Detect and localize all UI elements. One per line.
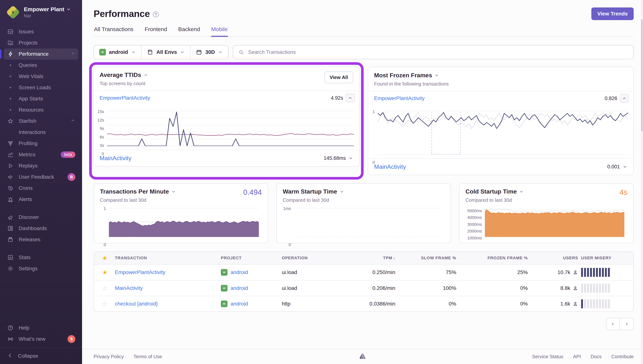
transaction-link[interactable]: checkout [android] xyxy=(115,301,158,306)
footer-link-api[interactable]: API xyxy=(573,354,581,360)
search-input[interactable] xyxy=(247,49,628,56)
project-link[interactable]: android xyxy=(230,285,248,291)
sidebar-item-replays[interactable]: Replays xyxy=(4,160,78,172)
axis-label: 3000ms xyxy=(467,222,482,227)
warm-title-dropdown[interactable]: Warm Startup Time xyxy=(283,188,445,195)
collapse-series-button[interactable] xyxy=(620,94,629,103)
column-header-slow[interactable]: SLOW FRAME % xyxy=(397,256,458,260)
transaction-link[interactable]: MainActivity xyxy=(115,285,143,291)
sidebar-item-label: Starfish xyxy=(19,118,36,124)
sidebar-item-stats[interactable]: Stats xyxy=(4,252,78,263)
frozen-title-dropdown[interactable]: Most Frozen Frames xyxy=(374,72,627,79)
axis-label: 9s xyxy=(100,126,104,131)
environment-filter[interactable]: All Envs xyxy=(141,46,190,59)
date-range-filter[interactable]: 30D xyxy=(190,46,228,59)
sidebar-item-starfish[interactable]: Starfish xyxy=(4,116,78,127)
sidebar-collapse[interactable]: Collapse xyxy=(0,348,82,364)
footer-link-contribute[interactable]: Contribute xyxy=(611,354,634,360)
axis-label: 1 xyxy=(104,206,106,211)
collapse-series-button[interactable] xyxy=(346,94,355,102)
metrics-badge: beta xyxy=(61,152,75,158)
sidebar-item-whats-new[interactable]: What's new5 xyxy=(4,334,78,345)
chevron-down-icon xyxy=(348,156,353,160)
project-filter[interactable]: android xyxy=(94,46,141,59)
sidebar-item-performance[interactable]: Performance xyxy=(4,48,78,60)
sidebar-item-screen-loads[interactable]: Screen Loads xyxy=(4,82,78,93)
project-cell: android xyxy=(219,300,280,307)
cold-title-dropdown[interactable]: Cold Startup Time xyxy=(465,188,619,195)
bullet-icon xyxy=(10,64,11,66)
sidebar-item-app-starts[interactable]: App Starts xyxy=(4,93,78,104)
footer-link-docs[interactable]: Docs xyxy=(591,354,602,360)
sidebar-item-web-vitals[interactable]: Web Vitals xyxy=(4,71,78,82)
column-header-transaction[interactable]: TRANSACTION xyxy=(113,256,219,260)
star-toggle[interactable]: ☆ xyxy=(96,285,113,292)
view-all-button[interactable]: View All xyxy=(325,72,353,83)
sidebar-item-interactions[interactable]: Interactions xyxy=(4,127,78,138)
sidebar-item-crons[interactable]: Crons xyxy=(4,182,78,194)
next-page-button[interactable] xyxy=(620,318,634,330)
user-misery-cell xyxy=(580,268,627,277)
chevron-left-icon xyxy=(7,352,14,359)
tab-all-transactions[interactable]: All Transactions xyxy=(94,26,134,36)
highlight-region: Average TTIDs Top screens by count View … xyxy=(89,62,364,180)
page-scrollbar[interactable] xyxy=(641,0,643,364)
view-trends-button[interactable]: View Trends xyxy=(591,8,634,20)
sidebar-item-profiling[interactable]: Profiling xyxy=(4,138,78,149)
series-value: 0.826 xyxy=(604,96,617,101)
transaction-link[interactable]: EmpowerPlantActivity xyxy=(115,269,165,275)
transaction-link[interactable]: MainActivity xyxy=(100,155,131,162)
column-header-operation[interactable]: OPERATION xyxy=(280,256,341,260)
panel-title: Average TTIDs xyxy=(100,72,141,78)
transaction-link[interactable]: EmpowerPlantActivity xyxy=(374,96,425,101)
sidebar-item-help[interactable]: Help xyxy=(4,322,78,334)
panel-title: Cold Startup Time xyxy=(465,188,517,195)
project-filter-label: android xyxy=(109,49,128,55)
star-toggle[interactable]: ★ xyxy=(96,269,113,276)
tpm-value: 0.494 xyxy=(243,188,262,196)
column-header-frozen[interactable]: FROZEN FRAME % xyxy=(458,256,529,260)
tab-mobile[interactable]: Mobile xyxy=(211,26,228,36)
star-toggle[interactable]: ☆ xyxy=(96,300,113,307)
footer-link-service-status[interactable]: Service Status xyxy=(532,354,563,360)
panel-title: Warm Startup Time xyxy=(283,188,337,195)
sidebar-item-dashboards[interactable]: Dashboards xyxy=(4,223,78,234)
sidebar-item-metrics[interactable]: Metricsbeta xyxy=(4,149,78,160)
sidebar-item-user-feedback[interactable]: User FeedbackB xyxy=(4,172,78,182)
chevron-down-icon xyxy=(340,189,344,194)
sidebar-item-releases[interactable]: Releases xyxy=(4,234,78,245)
footer-link-privacy-policy[interactable]: Privacy Policy xyxy=(94,354,124,360)
chevup-icon xyxy=(71,51,75,56)
frozen-frame-cell: 0% xyxy=(458,285,529,291)
transaction-link[interactable]: EmpowerPlantActivity xyxy=(100,95,150,101)
ttid-title-dropdown[interactable]: Average TTIDs xyxy=(100,72,325,78)
column-header-tpm[interactable]: TPM↓ xyxy=(341,256,397,260)
sidebar-item-resources[interactable]: Resources xyxy=(4,104,78,116)
column-header-users[interactable]: USERS xyxy=(529,256,580,260)
pagination xyxy=(94,318,634,330)
help-question-icon[interactable]: ? xyxy=(153,11,159,17)
footer-link-terms-of-use[interactable]: Terms of Use xyxy=(134,354,162,360)
profiling-icon xyxy=(7,140,14,147)
axis-label: 1ms xyxy=(283,206,291,211)
panel-subtitle: Compared to last 30d xyxy=(100,197,243,203)
expand-series-button[interactable] xyxy=(348,156,353,160)
tab-frontend[interactable]: Frontend xyxy=(144,26,167,36)
sidebar-item-projects[interactable]: Projects xyxy=(4,37,78,48)
sidebar-item-settings[interactable]: Settings xyxy=(4,263,78,274)
column-header-misery[interactable]: USER MISERY xyxy=(580,256,627,260)
tpm-title-dropdown[interactable]: Transactions Per Minute xyxy=(100,188,243,195)
org-switcher[interactable]: Empower Plant Nar xyxy=(0,0,82,23)
sidebar-item-discover[interactable]: Discover xyxy=(4,212,78,223)
project-link[interactable]: android xyxy=(230,269,248,275)
sidebar-item-queries[interactable]: Queries xyxy=(4,60,78,71)
previous-page-button[interactable] xyxy=(606,318,620,330)
chevron-down-icon xyxy=(218,50,223,54)
column-header-project[interactable]: PROJECT xyxy=(219,256,280,260)
sidebar-item-issues[interactable]: Issues xyxy=(4,26,78,37)
tab-backend[interactable]: Backend xyxy=(178,26,200,36)
project-link[interactable]: android xyxy=(230,301,248,307)
transaction-link[interactable]: MainActivity xyxy=(374,163,406,170)
sidebar-item-alerts[interactable]: Alerts xyxy=(4,194,78,205)
expand-series-button[interactable] xyxy=(622,164,627,169)
